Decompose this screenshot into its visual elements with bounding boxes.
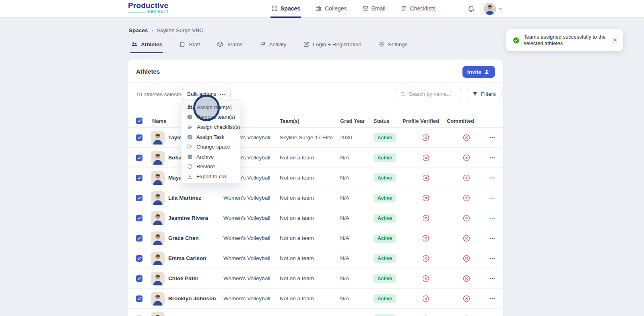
brand-logo[interactable]: Productive RECRUIT — [128, 2, 169, 14]
breadcrumb: Spaces › Skyline Surge VBC — [129, 27, 203, 33]
ellipsis-icon: ⋯ — [220, 91, 226, 97]
nav-item-checklists[interactable]: Checklists — [400, 0, 437, 18]
menu-item-label: Assign team(s) — [197, 104, 232, 110]
row-checkbox[interactable] — [136, 235, 142, 242]
not-committed-icon — [447, 235, 484, 242]
menu-item-label: Assign checklist(s) — [197, 124, 240, 130]
table-row: Lila Martinez Women's Volleyball Not on … — [128, 188, 503, 208]
athlete-sport: Women's Volleyball — [223, 215, 280, 221]
athlete-name[interactable]: Brooklyn Johnson — [167, 295, 223, 302]
row-checkbox[interactable] — [136, 255, 142, 262]
athlete-name[interactable]: Lila Martinez — [167, 195, 223, 201]
envelope-icon — [362, 5, 369, 12]
menu-item-label: Archive — [196, 154, 214, 160]
bell-icon[interactable] — [467, 5, 475, 13]
toast-message: Teams assigned successfully to the selec… — [524, 34, 607, 47]
row-menu-button[interactable]: ⋯ — [484, 295, 496, 302]
row-checkbox[interactable] — [136, 275, 142, 282]
column-header-profile-verified[interactable]: Profile Verified — [402, 118, 447, 124]
column-header-grad-year[interactable]: Grad Year — [340, 118, 374, 124]
athlete-team: Not on a team — [280, 155, 340, 161]
status-badge: Active — [374, 274, 396, 283]
bulk-actions-menu: Assign team(s)Remove team(s)Assign check… — [181, 100, 240, 184]
menu-item-remove-team-s-[interactable]: Remove team(s) — [182, 112, 240, 122]
column-header-status[interactable]: Status — [374, 118, 402, 124]
menu-item-assign-checklist-s-[interactable]: Assign checklist(s) — [182, 122, 240, 132]
menu-item-export-to-csv[interactable]: Export to csv — [182, 171, 240, 182]
athlete-grad-year: N/A — [340, 275, 374, 281]
athlete-grad-year: N/A — [340, 255, 374, 261]
row-menu-button[interactable]: ⋯ — [484, 275, 496, 282]
athlete-sport: Women's Volleyball — [223, 235, 280, 241]
athlete-avatar — [151, 211, 165, 225]
cube-icon — [217, 41, 223, 48]
minus-circle-icon — [187, 114, 193, 120]
not-committed-icon — [447, 275, 484, 282]
athlete-name[interactable]: Grace Chen — [167, 235, 223, 241]
row-menu-button[interactable]: ⋯ — [484, 255, 496, 262]
change-space-icon — [187, 144, 193, 150]
row-checkbox[interactable] — [136, 195, 142, 201]
athlete-grad-year: N/A — [340, 155, 374, 161]
filters-button[interactable]: Filters — [467, 88, 502, 100]
row-checkbox[interactable] — [136, 155, 142, 161]
row-menu-button[interactable]: ⋯ — [484, 215, 496, 222]
menu-item-restore[interactable]: Restore — [182, 162, 240, 172]
tab-teams[interactable]: Teams — [216, 39, 244, 53]
athlete-grad-year: N/A — [340, 195, 374, 201]
row-checkbox[interactable] — [136, 175, 142, 181]
athlete-grad-year: 2030 — [340, 134, 374, 140]
invite-button[interactable]: Invite — [462, 66, 495, 78]
row-checkbox[interactable] — [136, 134, 142, 141]
select-all-checkbox[interactable] — [136, 118, 142, 124]
not-verified-icon — [402, 154, 447, 161]
tab-label: Staff — [189, 41, 200, 48]
menu-item-change-space[interactable]: Change space — [182, 142, 240, 152]
restore-icon — [187, 163, 193, 169]
row-menu-button[interactable]: ⋯ — [484, 174, 496, 182]
search-input[interactable] — [409, 91, 457, 97]
tab-settings[interactable]: Settings — [378, 39, 409, 53]
row-menu-button[interactable]: ⋯ — [484, 134, 496, 141]
athlete-name[interactable]: Jasmine Rivera — [167, 215, 223, 221]
menu-item-archive[interactable]: Archive — [182, 152, 240, 162]
row-menu-button[interactable]: ⋯ — [484, 194, 496, 202]
row-checkbox[interactable] — [136, 295, 142, 302]
tab-staff[interactable]: Staff — [178, 39, 201, 53]
archive-icon — [187, 154, 193, 160]
menu-item-label: Assign Task — [196, 134, 224, 140]
tab-label: Login + Registration — [313, 41, 361, 48]
menu-item-assign-task[interactable]: Assign Task — [182, 132, 240, 142]
nav-item-label: Spaces — [281, 5, 300, 12]
column-header-teams[interactable]: Team(s) — [280, 118, 340, 124]
athlete-name[interactable]: Emma Carlson — [167, 255, 223, 261]
not-committed-icon — [447, 255, 484, 262]
close-icon[interactable]: ✕ — [612, 37, 617, 44]
not-verified-icon — [402, 134, 447, 141]
user-menu[interactable] — [484, 3, 502, 15]
tab-login-registration[interactable]: Login + Registration — [302, 39, 362, 53]
not-verified-icon — [402, 235, 447, 242]
row-checkbox[interactable] — [136, 215, 142, 221]
menu-item-label: Remove team(s) — [196, 114, 235, 120]
row-menu-button[interactable]: ⋯ — [484, 235, 496, 242]
menu-item-label: Restore — [196, 163, 215, 169]
nav-item-colleges[interactable]: Colleges — [315, 0, 347, 18]
bulk-actions-button[interactable]: Bulk actions ⋯ — [182, 88, 231, 100]
menu-item-assign-team-s-[interactable]: Assign team(s) — [182, 102, 240, 112]
check-circle-icon — [187, 134, 193, 140]
nav-item-spaces[interactable]: Spaces — [270, 0, 301, 18]
column-header-committed[interactable]: Committed — [447, 118, 484, 124]
main-nav: SpacesCollegesEmailChecklists — [270, 0, 436, 18]
athlete-grad-year: N/A — [340, 295, 374, 302]
nav-item-email[interactable]: Email — [361, 0, 386, 18]
row-menu-button[interactable]: ⋯ — [484, 154, 496, 161]
athlete-name[interactable]: Chloe Patel — [167, 275, 223, 281]
search-box[interactable] — [396, 88, 462, 100]
tab-activity[interactable]: Activity — [259, 39, 287, 53]
breadcrumb-spaces[interactable]: Spaces — [129, 27, 148, 33]
tab-athletes[interactable]: Athletes — [130, 39, 163, 53]
athlete-avatar — [151, 292, 165, 306]
athlete-grad-year: N/A — [340, 215, 374, 221]
athlete-team: Not on a team — [280, 195, 340, 201]
